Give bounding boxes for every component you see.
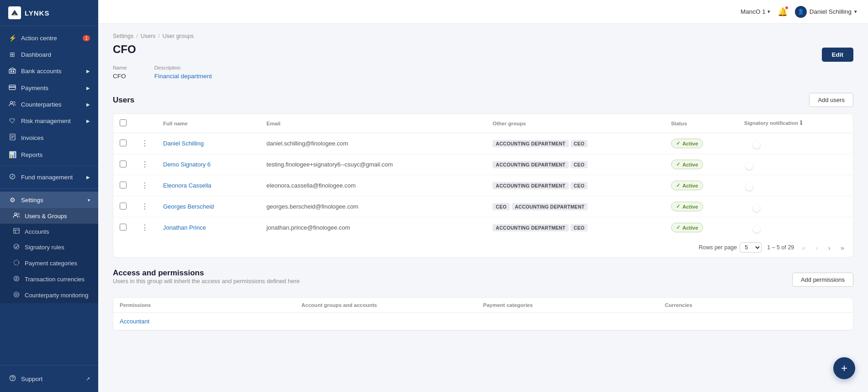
breadcrumb-settings[interactable]: Settings [113, 33, 133, 39]
status-badge-4: ✓ Active [671, 223, 704, 232]
nav-divider-2 [0, 188, 98, 189]
user-name-0[interactable]: Daniel Schilling [163, 140, 204, 147]
next-page-button[interactable]: › [826, 243, 833, 252]
sidebar-item-fund-management[interactable]: Fund management ▶ [0, 169, 98, 186]
table-row: ⋮Georges Berscheidgeorges.berscheid@fino… [113, 196, 853, 217]
breadcrumb-users[interactable]: Users [141, 33, 156, 39]
row-menu-button-0[interactable]: ⋮ [139, 139, 150, 148]
select-all-checkbox[interactable] [120, 119, 127, 126]
first-page-button[interactable]: « [799, 243, 808, 252]
sidebar-item-settings[interactable]: ⚙ Settings ▾ [0, 192, 98, 208]
user-name-4[interactable]: Jonathan Prince [163, 224, 206, 231]
row-checkbox-2[interactable] [120, 182, 127, 188]
access-section: Access and permissions Users in this gro… [113, 268, 853, 331]
row-menu-button-1[interactable]: ⋮ [139, 160, 150, 169]
users-groups-label: Users & Groups [25, 213, 67, 220]
signatory-col-header: Signatory notification ℹ [738, 114, 853, 132]
description-value[interactable]: Financial department [154, 73, 212, 80]
row-menu-button-4[interactable]: ⋮ [139, 223, 150, 232]
group-tag: ACCOUNTING DEPARTMENT [492, 140, 569, 147]
pagination-row: Rows per page 5 10 25 1 – 5 of 29 « ‹ › … [113, 238, 853, 257]
sidebar-item-counterparties[interactable]: Counterparties ▶ [0, 96, 98, 113]
sidebar-item-support[interactable]: Support ↗ [0, 370, 98, 387]
add-permissions-button[interactable]: Add permissions [792, 273, 853, 287]
status-col-header: Status [665, 114, 738, 133]
sidebar-item-action-centre[interactable]: ⚡ Action centre 1 [0, 30, 98, 46]
signatory-rules-icon [13, 243, 20, 251]
rows-per-page-label: Rows per page [699, 244, 737, 251]
svg-rect-17 [14, 228, 19, 233]
sidebar-item-payment-categories[interactable]: Payment categories [0, 255, 98, 271]
sidebar-item-risk-management[interactable]: 🛡 Risk management ▶ [0, 113, 98, 129]
bank-accounts-label: Bank accounts [21, 68, 62, 75]
row-checkbox-1[interactable] [120, 161, 127, 167]
sidebar-item-payments[interactable]: Payments ▶ [0, 80, 98, 96]
user-email-4: jonathan.prince@finologee.com [260, 217, 486, 238]
other-groups-col-header: Other groups [486, 114, 664, 133]
account-groups-col-header: Account groups and accounts [302, 302, 483, 308]
payment-categories-icon [13, 259, 20, 267]
table-row: ⋮Daniel Schillingdaniel.schilling@finolo… [113, 133, 853, 154]
notification-dot [785, 6, 789, 10]
svg-rect-5 [9, 86, 16, 88]
group-tag: CEO [492, 203, 510, 210]
dashboard-label: Dashboard [21, 51, 51, 58]
table-row: ⋮Eleonora Cassellaeleonora.cassella@fino… [113, 175, 853, 196]
main-nav: ⚡ Action centre 1 ⊞ Dashboard Bank accou… [0, 26, 98, 365]
row-menu-button-3[interactable]: ⋮ [139, 202, 150, 211]
status-badge-3: ✓ Active [671, 202, 704, 211]
settings-label: Settings [21, 197, 43, 204]
user-status-4: ✓ Active [665, 217, 738, 238]
user-status-3: ✓ Active [665, 196, 738, 217]
svg-point-25 [10, 376, 15, 381]
svg-point-23 [14, 292, 19, 297]
sidebar-item-counterparty-monitoring[interactable]: Counterparty monitoring [0, 287, 98, 303]
prev-page-button[interactable]: ‹ [814, 243, 820, 252]
sidebar-item-signatory-rules[interactable]: Signatory rules [0, 239, 98, 255]
notifications-bell[interactable]: 🔔 [778, 7, 788, 17]
user-name-2[interactable]: Eleonora Cassella [163, 182, 212, 189]
group-tag: ACCOUNTING DEPARTMENT [512, 203, 588, 210]
sidebar-item-reports[interactable]: 📊 Reports [0, 146, 98, 163]
user-name-3[interactable]: Georges Berscheid [163, 203, 214, 210]
sidebar-item-dashboard[interactable]: ⊞ Dashboard [0, 46, 98, 63]
row-menu-button-2[interactable]: ⋮ [139, 181, 150, 190]
counterparties-chevron: ▶ [86, 102, 90, 107]
company-selector[interactable]: MancO 1 ▾ [741, 8, 770, 15]
sidebar-item-invoices[interactable]: Invoices [0, 129, 98, 146]
user-name-1[interactable]: Demo Signatory 6 [163, 161, 211, 168]
rows-per-page-select[interactable]: 5 10 25 [740, 242, 762, 252]
status-badge-0: ✓ Active [671, 139, 704, 148]
edit-button[interactable]: Edit [822, 48, 854, 62]
add-users-button[interactable]: Add users [809, 93, 853, 107]
logo-area[interactable]: LYNKS [0, 0, 98, 26]
email-col-header: Email [260, 114, 486, 133]
fab-button[interactable]: + [833, 357, 855, 379]
sidebar-item-bank-accounts[interactable]: Bank accounts ▶ [0, 63, 98, 80]
row-checkbox-4[interactable] [120, 224, 127, 231]
sidebar-item-accounts[interactable]: Accounts [0, 224, 98, 239]
sidebar-item-users-groups[interactable]: Users & Groups [0, 208, 98, 224]
bank-accounts-icon [8, 67, 16, 75]
user-email-0: daniel.schilling@finologee.com [260, 133, 486, 154]
payment-categories-label: Payment categories [25, 260, 77, 267]
group-tag: CEO [571, 161, 588, 168]
fund-management-label: Fund management [21, 174, 73, 181]
svg-point-0 [14, 14, 16, 16]
svg-rect-2 [11, 70, 12, 72]
row-checkbox-0[interactable] [120, 140, 127, 146]
group-tag: CEO [571, 140, 588, 147]
name-label: Name [113, 65, 127, 70]
breadcrumb: Settings / Users / User groups [113, 33, 194, 39]
topbar: MancO 1 ▾ 🔔 👤 Daniel Schilling ▾ [98, 0, 868, 24]
sidebar-item-transaction-currencies[interactable]: Transaction currencies [0, 271, 98, 287]
user-menu[interactable]: 👤 Daniel Schilling ▾ [795, 6, 857, 18]
signatory-info-icon[interactable]: ℹ [800, 119, 802, 126]
last-page-button[interactable]: » [838, 243, 847, 252]
signatory-rules-label: Signatory rules [25, 244, 64, 251]
breadcrumb-user-groups[interactable]: User groups [163, 33, 194, 39]
support-icon [8, 375, 16, 383]
signatory-toggle-cell-3 [738, 196, 853, 217]
signatory-toggle-cell-2 [738, 175, 853, 196]
row-checkbox-3[interactable] [120, 203, 127, 209]
